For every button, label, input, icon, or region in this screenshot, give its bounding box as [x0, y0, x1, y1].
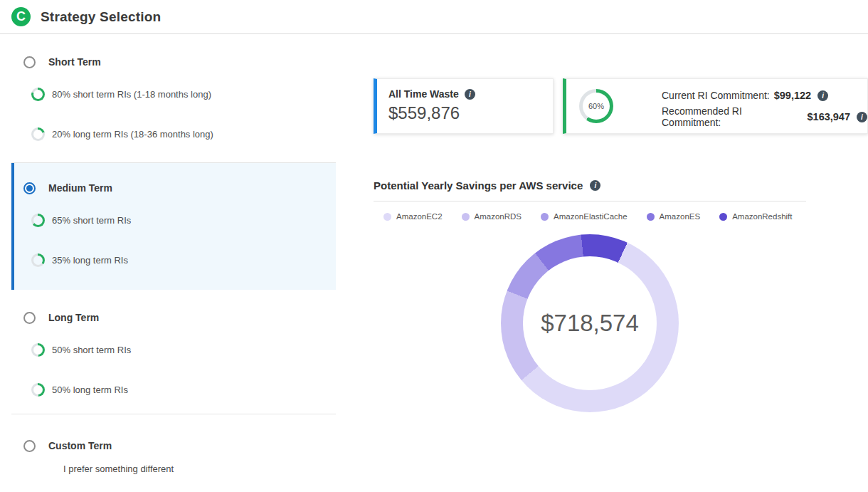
sub-item-label: 50% long term RIs — [52, 384, 128, 395]
savings-donut-chart[interactable]: $718,574 — [501, 234, 679, 412]
gauge-percent-label: 60% — [579, 89, 613, 123]
radio-short-term[interactable] — [23, 56, 36, 68]
all-time-waste-card: All Time Waste i $559,876 — [374, 78, 554, 134]
info-icon[interactable]: i — [465, 89, 475, 100]
donut-total-value: $718,574 — [501, 234, 679, 412]
current-commitment-value: $99,122 — [774, 90, 811, 101]
strategy-head[interactable]: Medium Term — [14, 176, 336, 200]
legend-dot — [647, 213, 655, 221]
sub-item-label: 80% short term RIs (1-18 months long) — [52, 89, 211, 100]
radio-medium-term[interactable] — [23, 182, 36, 194]
info-icon[interactable]: i — [817, 90, 828, 101]
legend-item-amazonrds[interactable]: AmazonRDS — [462, 212, 522, 221]
info-icon[interactable]: i — [590, 180, 600, 191]
ri-commitment-card: 60% Current RI Commitment: $99,122 i Rec… — [563, 78, 868, 134]
strategy-sub-item: 35% long term RIs — [14, 240, 336, 280]
strategy-list: Short Term 80% short term RIs (1-18 mont… — [0, 34, 336, 474]
current-commitment-label: Current RI Commitment: — [662, 90, 770, 101]
strategy-head[interactable]: Short Term — [14, 50, 336, 74]
progress-ring — [31, 343, 45, 357]
legend-item-amazonec2[interactable]: AmazonEC2 — [383, 212, 443, 221]
main-content: Short Term 80% short term RIs (1-18 mont… — [0, 34, 868, 474]
custom-term-description: I prefer something different — [63, 464, 336, 474]
strategy-label: Long Term — [48, 312, 99, 323]
sub-item-label: 65% short term RIs — [52, 215, 131, 226]
app-logo: C — [11, 7, 31, 26]
sub-item-label: 50% short term RIs — [52, 345, 131, 355]
strategy-option-medium-term[interactable]: Medium Term 65% short term RIs 35% long … — [11, 163, 336, 290]
info-icon[interactable]: i — [857, 112, 867, 122]
legend-item-amazones[interactable]: AmazonES — [647, 212, 701, 221]
strategy-option-short-term[interactable]: Short Term 80% short term RIs (1-18 mont… — [11, 50, 336, 162]
legend-dot — [462, 213, 470, 221]
current-commitment-row: Current RI Commitment: $99,122 i — [662, 85, 867, 106]
summary-cards: All Time Waste i $559,876 60% Current RI… — [374, 78, 868, 134]
strategy-head[interactable]: Custom Term — [14, 434, 336, 458]
strategy-label: Custom Term — [48, 440, 112, 451]
strategy-sub-item: 20% long term RIs (18-36 months long) — [14, 114, 336, 154]
chart-legend: AmazonEC2 AmazonRDS AmazonElastiCache Am… — [374, 212, 806, 221]
strategy-sub-item: 65% short term RIs — [14, 200, 336, 240]
savings-chart-section: Potential Yearly Savings per AWS service… — [374, 179, 806, 412]
legend-dot — [541, 213, 549, 221]
progress-ring — [31, 127, 45, 141]
strategy-option-long-term[interactable]: Long Term 50% short term RIs 50% long te… — [11, 290, 336, 414]
strategy-sub-item: 50% long term RIs — [14, 370, 336, 409]
progress-ring — [31, 253, 45, 267]
strategy-sub-item: 80% short term RIs (1-18 months long) — [14, 74, 336, 114]
waste-card-title: All Time Waste — [388, 88, 459, 100]
chart-title: Potential Yearly Savings per AWS service — [374, 179, 583, 192]
commitment-gauge: 60% — [579, 89, 613, 123]
app-header: C Strategy Selection — [0, 0, 868, 34]
sub-item-label: 35% long term RIs — [52, 255, 128, 266]
recommended-commitment-value: $163,947 — [808, 111, 850, 122]
sub-item-label: 20% long term RIs (18-36 months long) — [52, 129, 213, 140]
legend-item-amazonredshift[interactable]: AmazonRedshift — [719, 212, 792, 221]
page-title: Strategy Selection — [41, 9, 161, 25]
radio-custom-term[interactable] — [23, 440, 36, 452]
progress-ring — [31, 88, 45, 101]
progress-ring — [31, 383, 45, 397]
progress-ring — [31, 214, 45, 227]
strategy-option-custom-term[interactable]: Custom Term I prefer something different — [11, 414, 336, 474]
strategy-label: Short Term — [48, 56, 101, 68]
waste-card-value: $559,876 — [388, 103, 541, 123]
legend-dot — [383, 213, 391, 221]
legend-item-amazonelasticache[interactable]: AmazonElastiCache — [541, 212, 628, 221]
recommended-commitment-row: Recommended RI Commitment: $163,947 i — [662, 106, 867, 127]
legend-dot — [719, 213, 727, 221]
recommended-commitment-label: Recommended RI Commitment: — [662, 105, 803, 128]
summary-panel: All Time Waste i $559,876 60% Current RI… — [336, 34, 868, 474]
strategy-label: Medium Term — [48, 182, 112, 194]
radio-long-term[interactable] — [23, 312, 36, 324]
strategy-head[interactable]: Long Term — [14, 305, 336, 330]
strategy-sub-item: 50% short term RIs — [14, 330, 336, 370]
